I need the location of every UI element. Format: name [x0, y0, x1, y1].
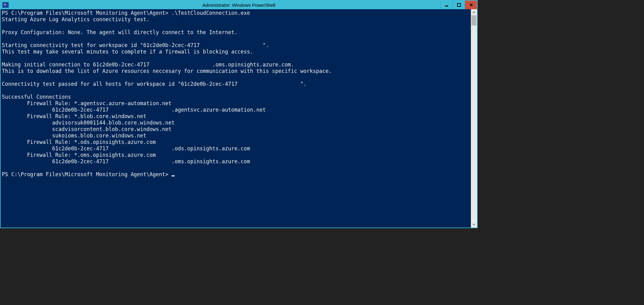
- close-icon: [469, 3, 473, 7]
- svg-rect-1: [457, 3, 460, 6]
- window-controls: [440, 1, 477, 9]
- terminal-line: sukoioms.blob.core.windows.net: [2, 133, 146, 139]
- terminal-line: Connectivity test passed for all hosts f…: [2, 81, 307, 87]
- scroll-thumb[interactable]: [471, 15, 476, 26]
- terminal-line: Firewall Rule: *.agentsvc.azure-automati…: [2, 100, 172, 106]
- terminal-line: This test may take several minutes to co…: [2, 49, 253, 55]
- terminal-line: Starting Azure Log Analytics connectivit…: [2, 16, 149, 22]
- scroll-up-button[interactable]: [471, 9, 477, 15]
- terminal-line: Successful Connections: [2, 94, 71, 100]
- close-button[interactable]: [465, 1, 477, 9]
- powershell-window: Administrator: Windows PowerShell PS C:\…: [0, 0, 478, 228]
- terminal-prompt: PS C:\Program Files\Microsoft Monitoring…: [2, 171, 172, 177]
- terminal-line: 61c2de0b-2cec-4717 .oms.opinsights.azure…: [2, 158, 250, 164]
- terminal-line: Firewall Rule: *.ods.opinsights.azure.co…: [2, 139, 156, 145]
- terminal-line: Making initial connection to 61c2de0b-2c…: [2, 61, 294, 68]
- terminal-line: advisorsuk0001144.blob.core.windows.net: [2, 120, 175, 126]
- maximize-icon: [457, 3, 461, 7]
- svg-rect-0: [445, 6, 448, 6]
- powershell-icon: [2, 2, 9, 8]
- minimize-button[interactable]: [440, 1, 452, 9]
- terminal-line: 61c2de0b-2cec-4717 .ods.opinsights.azure…: [2, 145, 250, 152]
- terminal-output[interactable]: PS C:\Program Files\Microsoft Monitoring…: [1, 9, 471, 228]
- minimize-icon: [444, 3, 449, 7]
- maximize-button[interactable]: [452, 1, 465, 9]
- scroll-track[interactable]: [471, 15, 477, 221]
- terminal-line: Starting connectivity test for workspace…: [2, 42, 269, 48]
- terminal-line: 61c2de0b-2cec-4717 .agentsvc.azure-autom…: [2, 107, 266, 113]
- terminal-cursor: [172, 175, 175, 176]
- client-area: PS C:\Program Files\Microsoft Monitoring…: [1, 9, 477, 228]
- title-bar[interactable]: Administrator: Windows PowerShell: [1, 1, 477, 9]
- chevron-up-icon: [472, 11, 475, 14]
- terminal-line: Proxy Configuration: None. The agent wil…: [2, 29, 238, 35]
- terminal-line: PS C:\Program Files\Microsoft Monitoring…: [2, 10, 250, 16]
- window-title: Administrator: Windows PowerShell: [1, 2, 477, 8]
- terminal-line: This is to download the list of Azure re…: [2, 68, 332, 74]
- chevron-down-icon: [472, 223, 475, 226]
- scroll-down-button[interactable]: [471, 221, 477, 228]
- terminal-line: Firewall Rule: *.oms.opinsights.azure.co…: [2, 152, 156, 158]
- vertical-scrollbar[interactable]: [471, 9, 477, 228]
- terminal-line: scadvisorcontent.blob.core.windows.net: [2, 126, 172, 132]
- terminal-line: Firewall Rule: *.blob.core.windows.net: [2, 113, 146, 119]
